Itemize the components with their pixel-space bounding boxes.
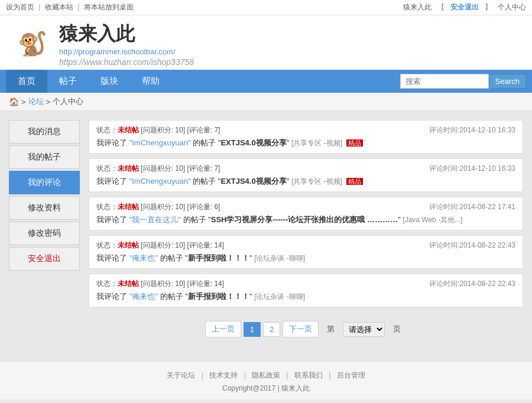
post-category: [共享专区 -视频] <box>291 177 342 186</box>
nav-bar: 首页 帖子 版块 帮助 Search <box>0 70 532 93</box>
footer: 关于论坛 | 技术支持 | 隐私政策 | 联系我们 | 后台管理 Copyrig… <box>0 361 532 399</box>
top-bar-left: 设为首页 | 收藏本站 | 将本站放到桌面 <box>6 2 134 12</box>
desktop-link[interactable]: 将本站放到桌面 <box>84 3 134 11</box>
breadcrumb-forum[interactable]: 论坛 <box>28 96 44 107</box>
nav-search: Search <box>400 74 526 89</box>
post-score: [问题积分: 10] <box>141 164 185 173</box>
post-author[interactable]: "ImChengxuyuan" <box>129 138 191 147</box>
post-item: 状态：未结帖 [问题积分: 10] [评论量: 14] 评论时间:2014-08… <box>89 235 523 269</box>
logo-text-area: 猿来入此 http://programmer.ischoolbar.com/ h… <box>59 21 194 67</box>
post-score: [问题积分: 10] <box>141 280 185 288</box>
footer-support[interactable]: 技术支持 <box>209 371 238 379</box>
personal-center-link[interactable]: 个人中心 <box>498 2 526 12</box>
page-1-button[interactable]: 1 <box>244 322 261 337</box>
post-status-line: 状态：未结帖 [问题积分: 10] [评论量: 14] 评论时间:2014-08… <box>96 240 515 251</box>
footer-links: 关于论坛 | 技术支持 | 隐私政策 | 联系我们 | 后台管理 <box>0 370 532 381</box>
post-status-line: 状态：未结帖 [问题积分: 10] [评论量: 6] 评论时间:2014-08-… <box>96 202 515 212</box>
footer-copyright: Copyright@2017 | 猿来入此 <box>0 384 532 394</box>
sidebar-item-mycomments[interactable]: 我的评论 <box>9 171 80 194</box>
post-title-link[interactable]: EXTJS4.0视频分享 <box>220 138 286 147</box>
post-author[interactable]: "ImChengxuyuan" <box>129 177 191 186</box>
post-time: 评论时间:2014-12-10 16:33 <box>429 125 515 135</box>
page-2-button[interactable]: 2 <box>263 322 280 337</box>
page-unit: 页 <box>387 321 407 337</box>
status-label: 状态： <box>96 203 118 211</box>
sidebar-item-messages[interactable]: 我的消息 <box>9 120 80 144</box>
post-title-link[interactable]: EXTJS4.0视频分享 <box>220 177 286 186</box>
top-bar: 设为首页 | 收藏本站 | 将本站放到桌面 猿来入此 【安全退出】 个人中心 <box>0 0 532 15</box>
logo-image: 🐒 <box>12 24 53 65</box>
footer-about[interactable]: 关于论坛 <box>167 371 195 379</box>
post-item: 状态：未结帖 [问题积分: 10] [评论量: 7] 评论时间:2014-12-… <box>89 158 523 192</box>
sidebar: 我的消息 我的帖子 我的评论 修改资料 修改密码 安全退出 <box>9 120 80 346</box>
post-item: 状态：未结帖 [问题积分: 10] [评论量: 6] 评论时间:2014-08-… <box>89 197 523 230</box>
post-time: 评论时间:2014-08-22 22:43 <box>429 240 515 251</box>
sidebar-item-logout[interactable]: 安全退出 <box>9 247 80 271</box>
search-button[interactable]: Search <box>489 74 526 89</box>
page-select[interactable]: 请选择 1 2 <box>343 322 385 337</box>
post-title-link[interactable]: SSH学习视屏分享------论坛开张推出的优惠哦 ………… <box>211 215 398 224</box>
post-body: 我评论了 "俺来也" 的帖子 "新手报到啦！！！" [论坛杂谈 -聊聊] <box>96 253 515 264</box>
next-page-button[interactable]: 下一页 <box>283 321 319 337</box>
sidebar-item-changepassword[interactable]: 修改密码 <box>9 222 80 245</box>
sidebar-item-myposts[interactable]: 我的帖子 <box>9 145 80 169</box>
nav-posts[interactable]: 帖子 <box>47 70 89 93</box>
home-icon: 🏠 <box>9 97 19 106</box>
post-status-line: 状态：未结帖 [问题积分: 10] [评论量: 7] 评论时间:2014-12-… <box>96 125 515 135</box>
post-title-link[interactable]: 新手报到啦！！！ <box>188 292 249 301</box>
login-link[interactable]: 猿来入此 <box>403 2 432 12</box>
pagination: 上一页 1 2 下一页 第 请选择 1 2 页 <box>89 312 523 346</box>
post-badge: 精品 <box>346 139 363 147</box>
post-body: 我评论了 "ImChengxuyuan" 的帖子 "EXTJS4.0视频分享" … <box>96 138 515 148</box>
post-comment-count: [评论量: 14] <box>187 280 224 288</box>
post-score: [问题积分: 10] <box>141 126 185 134</box>
top-bar-right: 猿来入此 【安全退出】 个人中心 <box>403 2 526 12</box>
post-comment-count: [评论量: 6] <box>187 203 220 211</box>
collect-link[interactable]: 收藏本站 <box>45 3 73 11</box>
footer-admin[interactable]: 后台管理 <box>337 371 365 379</box>
content-area: 状态：未结帖 [问题积分: 10] [评论量: 7] 评论时间:2014-12-… <box>89 120 523 346</box>
search-input[interactable] <box>400 74 489 89</box>
post-time: 评论时间:2014-08-22 17:41 <box>429 202 515 212</box>
status-label: 状态： <box>96 126 118 134</box>
breadcrumb-current: 个人中心 <box>53 96 83 107</box>
post-status: 未结帖 <box>118 203 139 211</box>
post-comment-count: [评论量: 7] <box>187 126 220 134</box>
breadcrumb: 🏠 > 论坛 > 个人中心 <box>0 93 532 111</box>
status-label: 状态： <box>96 164 118 173</box>
set-homepage-link[interactable]: 设为首页 <box>6 3 34 11</box>
status-label: 状态： <box>96 241 118 249</box>
logout-link[interactable]: 安全退出 <box>450 2 479 12</box>
post-author[interactable]: "俺来也" <box>129 254 158 262</box>
sidebar-item-editprofile[interactable]: 修改资料 <box>9 196 80 220</box>
post-score: [问题积分: 10] <box>141 241 185 249</box>
nav-sections[interactable]: 版块 <box>89 70 130 93</box>
post-status-line: 状态：未结帖 [问题积分: 10] [评论量: 7] 评论时间:2014-12-… <box>96 164 515 174</box>
nav-help[interactable]: 帮助 <box>130 70 171 93</box>
post-category: [论坛杂谈 -聊聊] <box>254 254 305 262</box>
post-category: [Java Web -其他...] <box>403 216 462 224</box>
nav-home[interactable]: 首页 <box>6 70 47 93</box>
site-title: 猿来入此 <box>59 21 194 47</box>
post-item: 状态：未结帖 [问题积分: 10] [评论量: 14] 评论时间:2014-08… <box>89 274 523 307</box>
post-category: [论坛杂谈 -聊聊] <box>254 292 305 301</box>
post-status: 未结帖 <box>118 280 139 288</box>
main-content: 我的消息 我的帖子 我的评论 修改资料 修改密码 安全退出 状态：未结帖 [问题… <box>0 111 532 355</box>
footer-contact[interactable]: 联系我们 <box>294 371 323 379</box>
post-category: [共享专区 -视频] <box>291 139 342 147</box>
post-status-line: 状态：未结帖 [问题积分: 10] [评论量: 14] 评论时间:2014-08… <box>96 279 515 289</box>
site-url[interactable]: http://programmer.ischoolbar.com/ <box>59 47 194 56</box>
header: 🐒 猿来入此 http://programmer.ischoolbar.com/… <box>0 15 532 70</box>
post-status: 未结帖 <box>118 241 139 249</box>
post-comment-count: [评论量: 7] <box>187 164 220 173</box>
post-author[interactable]: "我一直在这儿" <box>129 215 181 224</box>
post-score: [问题积分: 10] <box>141 203 185 211</box>
prev-page-button[interactable]: 上一页 <box>205 321 241 337</box>
post-status: 未结帖 <box>118 126 139 134</box>
post-body: 我评论了 "俺来也" 的帖子 "新手报到啦！！！" [论坛杂谈 -聊聊] <box>96 291 515 302</box>
post-author[interactable]: "俺来也" <box>129 292 158 301</box>
status-label: 状态： <box>96 280 118 288</box>
post-time: 评论时间:2014-08-22 22:43 <box>429 279 515 289</box>
footer-privacy[interactable]: 隐私政策 <box>252 371 280 379</box>
post-title-link[interactable]: 新手报到啦！！！ <box>188 254 249 262</box>
